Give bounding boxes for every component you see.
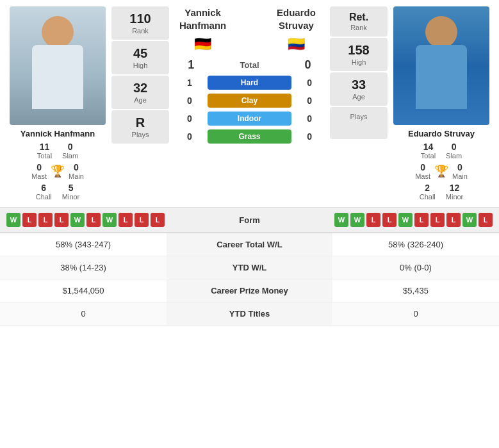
surface-hard-row: 1 Hard 0 (172, 76, 327, 90)
career-label: Career Prize Money (167, 279, 332, 303)
left-player-name-header: Yannick Hanfmann (172, 6, 234, 31)
left-player-photo (10, 6, 106, 125)
left-total-stat: 11 Total (37, 142, 52, 160)
form-badge: L (86, 213, 101, 227)
left-career-val: 38% (14-23) (0, 256, 167, 279)
right-stats-box: Ret. Rank 158 High 33 Age Plays (330, 6, 388, 139)
right-form-badges: W W L L W L L L W L (288, 213, 493, 227)
left-stats-box: 110 Rank 45 High 32 Age R Plays (111, 6, 169, 144)
left-player-photo-area: Yannick Hanfmann 11 Total 0 Slam 0 Mast … (6, 6, 109, 201)
left-chall-stat: 6 Chall (36, 183, 52, 201)
form-badge: W (6, 213, 20, 227)
left-flag: 🇩🇪 (172, 36, 234, 53)
right-chall-stat: 2 Chall (420, 183, 436, 201)
surface-grass-row: 0 Grass 0 (172, 129, 327, 144)
right-player-photo (393, 6, 489, 125)
form-badge: L (366, 213, 380, 227)
form-label: Form (211, 215, 288, 225)
right-age-box: 33 Age (330, 72, 388, 106)
form-badge: W (102, 213, 117, 227)
form-badge: W (334, 213, 348, 227)
total-score-right: 0 (288, 58, 327, 72)
right-minor-stat: 12 Minor (446, 183, 464, 201)
right-career-val: 0% (0-0) (332, 256, 499, 279)
career-stat-row: 38% (14-23) YTD W/L 0% (0-0) (0, 256, 499, 279)
left-career-val: 0 (0, 303, 167, 326)
career-stat-row: 58% (343-247) Career Total W/L 58% (326-… (0, 233, 499, 256)
right-mast-stat: 0 Mast (415, 162, 430, 180)
right-player-name-header: Eduardo Struvay (265, 6, 327, 31)
form-badge: W (462, 213, 477, 227)
right-high-box: 158 High (330, 38, 388, 71)
right-trophy-icon: 🏆 (434, 164, 448, 178)
right-slam-stat: 0 Slam (446, 142, 462, 160)
career-label: YTD Titles (167, 303, 332, 326)
form-badge: L (54, 213, 69, 227)
career-stat-row: 0 YTD Titles 0 (0, 303, 499, 326)
right-flag: 🇨🇴 (265, 36, 327, 53)
left-age-box: 32 Age (111, 76, 169, 109)
surface-clay-row: 0 Clay 0 (172, 94, 327, 108)
form-badge: L (22, 213, 37, 227)
left-trophy-icon: 🏆 (51, 164, 65, 178)
left-rank-box: 110 Rank (111, 6, 169, 40)
left-high-box: 45 High (111, 41, 169, 74)
form-section: W L L L W L W L L L Form W W L L W L L L… (0, 207, 499, 233)
left-player-name-below: Yannick Hanfmann (20, 129, 95, 138)
left-plays-box: R Plays (111, 110, 169, 144)
right-plays-box: Plays (330, 107, 388, 139)
right-player-name-below: Eduardo Struvay (408, 129, 475, 138)
right-rank-box: Ret. Rank (330, 6, 388, 37)
form-badge: L (151, 213, 165, 227)
left-main-stat: 0 Main (69, 162, 84, 180)
left-mast-stat: 0 Mast (31, 162, 47, 180)
surface-indoor-row: 0 Indoor 0 (172, 112, 327, 126)
career-stat-row: $1,544,050 Career Prize Money $5,435 (0, 279, 499, 303)
form-badge: W (350, 213, 364, 227)
career-label: YTD W/L (167, 256, 332, 279)
left-form-badges: W L L L W L W L L L (6, 213, 211, 227)
career-stats-table: 58% (343-247) Career Total W/L 58% (326-… (0, 233, 499, 326)
form-badge: L (430, 213, 445, 227)
form-badge: L (414, 213, 429, 227)
right-total-stat: 14 Total (421, 142, 436, 160)
center-section: Yannick Hanfmann Eduardo Struvay 🇩🇪 🇨🇴 1… (172, 6, 327, 144)
left-career-val: $1,544,050 (0, 279, 167, 303)
left-minor-stat: 5 Minor (62, 183, 80, 201)
form-badge: L (119, 213, 133, 227)
form-badge: W (398, 213, 413, 227)
right-career-val: 58% (326-240) (332, 233, 499, 256)
total-label: Total (211, 60, 289, 70)
form-badge: L (479, 213, 493, 227)
form-badge: L (135, 213, 149, 227)
left-slam-stat: 0 Slam (62, 142, 78, 160)
career-label: Career Total W/L (167, 233, 332, 256)
right-career-val: $5,435 (332, 279, 499, 303)
total-score-left: 1 (172, 58, 211, 72)
form-badge: L (382, 213, 397, 227)
form-badge: L (446, 213, 461, 227)
form-badge: L (38, 213, 53, 227)
right-career-val: 0 (332, 303, 499, 326)
right-main-stat: 0 Main (452, 162, 468, 180)
form-badge: W (70, 213, 85, 227)
left-career-val: 58% (343-247) (0, 233, 167, 256)
right-player-photo-area: Eduardo Struvay 14 Total 0 Slam 0 Mast 🏆 (390, 6, 493, 201)
